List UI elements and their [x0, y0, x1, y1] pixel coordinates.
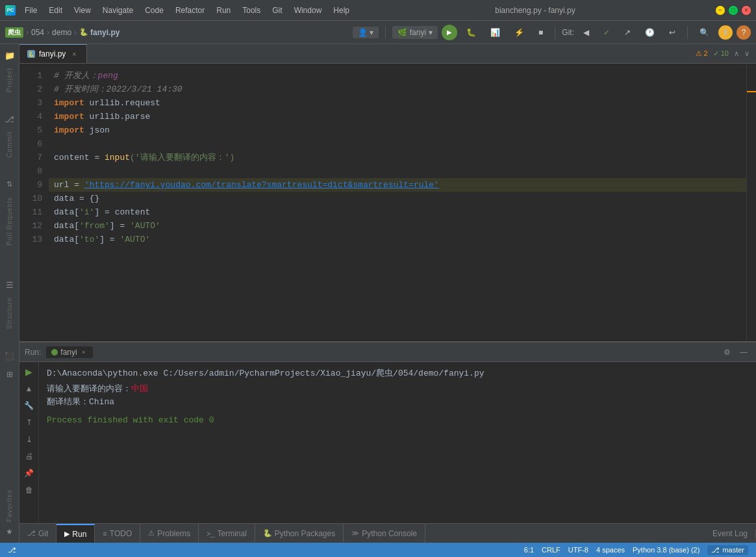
python-interpreter[interactable]: Python 3.8 (base) (2) [633, 546, 699, 554]
git-back[interactable]: ◀ [578, 26, 594, 39]
run-scroll-up[interactable]: ▲ [22, 382, 36, 396]
menu-git[interactable]: Git [267, 5, 287, 16]
run-print-btn[interactable]: 🖨 [22, 449, 36, 463]
run-label: Run: [25, 348, 41, 357]
tab-close-fanyi[interactable]: × [69, 49, 79, 58]
git-push[interactable]: ↗ [619, 26, 636, 39]
code-line-6 [49, 137, 746, 151]
editor-tab-fanyi[interactable]: 🐍 fanyi.py × [19, 44, 87, 63]
tab-terminal[interactable]: >_ Terminal [199, 524, 255, 543]
minimize-button[interactable]: − [716, 6, 725, 15]
tab-git[interactable]: ⎇ Git [19, 524, 57, 543]
breadcrumb-root-icon: 爬虫 [5, 27, 23, 38]
editor-tab-bar: 🐍 fanyi.py × ⚠ 2 ✓ 10 ∧ ∨ [19, 44, 756, 64]
tab-run[interactable]: ▶ Run [57, 524, 95, 543]
search-button[interactable]: 🔍 [694, 26, 714, 39]
toolbar: 爬虫 › 054 › demo › 🐍 fanyi.py 👤 ▾ 🌿 fanyi… [0, 21, 756, 44]
python-file-icon: 🐍 [27, 50, 35, 58]
tab-python-packages[interactable]: 🐍 Python Packages [255, 524, 344, 543]
tab-todo[interactable]: ≡ TODO [95, 524, 140, 543]
tab-event-log[interactable]: Event Log [705, 529, 756, 538]
structure-toggle[interactable]: ☰ [1, 276, 18, 293]
editor-area: 🐍 fanyi.py × ⚠ 2 ✓ 10 ∧ ∨ 1 2 3 4 5 6 7 [19, 44, 756, 543]
bottom-right: Event Log [705, 529, 756, 538]
layout-icon[interactable]: ⊞ [1, 366, 18, 383]
menu-bar: File Edit View Navigate Code Refactor Ru… [19, 5, 355, 16]
run-content: ▶ ▲ 🔧 ⤒ ⤓ 🖨 📌 🗑 D:\Anaconda\python.exe C… [19, 362, 756, 523]
menu-window[interactable]: Window [289, 5, 327, 16]
main-area: 📁 Project ⎇ Commit ⇅ Pull Requests ☰ Str… [0, 44, 756, 543]
line-numbers: 1 2 3 4 5 6 7 8 9 10 11 12 13 [19, 64, 49, 341]
run-scroll-bottom[interactable]: ⤓ [22, 432, 36, 447]
menu-refactor[interactable]: Refactor [170, 5, 210, 16]
project-panel-toggle[interactable]: 📁 [1, 47, 18, 64]
run-wrench-btn[interactable]: 🔧 [22, 398, 36, 413]
code-line-5: import json [49, 123, 746, 137]
cursor-position[interactable]: 6:1 [524, 546, 534, 554]
scroll-gutter [746, 64, 756, 341]
tab-problems[interactable]: ⚠ Problems [140, 524, 199, 543]
git-check[interactable]: ✓ [598, 26, 615, 39]
breadcrumb-054[interactable]: 054 [31, 28, 44, 37]
menu-navigate[interactable]: Navigate [97, 5, 138, 16]
branch-selector[interactable]: 🌿 fanyi ▾ [392, 26, 438, 39]
run-tab-fanyi[interactable]: fanyi × [46, 346, 92, 358]
menu-help[interactable]: Help [328, 5, 355, 16]
breadcrumb-demo[interactable]: demo [52, 28, 71, 37]
close-button[interactable]: × [742, 6, 751, 15]
output-result-line: 翻译结果：China [47, 396, 748, 409]
debug-button[interactable]: 🐛 [461, 26, 481, 39]
pycharm-icon: PC [5, 5, 16, 16]
run-tab-close[interactable]: × [80, 348, 88, 356]
indent-setting[interactable]: 4 spaces [596, 546, 625, 554]
git-branch-badge[interactable]: ⎇ master [707, 545, 748, 555]
favorites-label: Favorites [6, 489, 13, 522]
code-line-10: data = {} [49, 192, 746, 205]
git-history[interactable]: 🕐 [640, 26, 660, 39]
run-settings-btn[interactable]: ⚙ [720, 345, 734, 359]
favorites-toggle[interactable]: ★ [1, 523, 18, 540]
menu-view[interactable]: View [69, 5, 96, 16]
breadcrumb: 爬虫 › 054 › demo › 🐍 fanyi.py [5, 27, 350, 38]
code-line-11: data['i'] = content [49, 205, 746, 219]
run-minimize-btn[interactable]: — [737, 345, 751, 359]
code-line-1: # 开发人：peng [49, 69, 746, 83]
profile-button[interactable]: ⚡ [509, 26, 529, 39]
menu-file[interactable]: File [19, 5, 42, 16]
coverage-button[interactable]: 📊 [485, 26, 505, 39]
bottom-tabs: ⎇ Git ▶ Run ≡ TODO ⚠ Problems >_ Termi [19, 524, 425, 543]
commit-panel-toggle[interactable]: ⎇ [1, 110, 18, 127]
run-play-btn[interactable]: ▶ [22, 365, 36, 379]
code-line-7: content = input('请输入要翻译的内容：') [49, 151, 746, 164]
bottom-tab-bar: ⎇ Git ▶ Run ≡ TODO ⚠ Problems >_ Termi [19, 523, 756, 543]
menu-run[interactable]: Run [211, 5, 236, 16]
encoding[interactable]: UTF-8 [568, 546, 588, 554]
run-scroll-top[interactable]: ⤒ [22, 415, 36, 430]
run-button[interactable]: ▶ [442, 25, 457, 40]
titlebar: PC File Edit View Navigate Code Refactor… [0, 0, 756, 21]
menu-edit[interactable]: Edit [44, 5, 68, 16]
menu-code[interactable]: Code [140, 5, 169, 16]
help-button[interactable]: ? [737, 25, 751, 40]
settings-button[interactable]: ⬆ [718, 25, 733, 40]
run-trash-btn[interactable]: 🗑 [22, 483, 36, 497]
line-ending[interactable]: CRLF [542, 546, 561, 554]
run-pin-btn[interactable]: 📌 [22, 466, 36, 480]
stop-button[interactable]: ■ [533, 26, 548, 39]
code-line-12: data['from'] = 'AUTO' [49, 219, 746, 233]
code-line-2: # 开发时间：2022/3/21 14:30 [49, 83, 746, 96]
window-controls: − □ × [716, 6, 751, 15]
run-active-icon [51, 349, 58, 356]
output-exit-line: Process finished with exit code 0 [47, 414, 748, 427]
commit-label: Commit [6, 131, 13, 157]
run-side-toolbar: ▶ ▲ 🔧 ⤒ ⤓ 🖨 📌 🗑 [19, 362, 39, 523]
user-button[interactable]: 👤 ▾ [353, 27, 379, 38]
tab-python-console[interactable]: ≫ Python Console [344, 524, 425, 543]
code-lines[interactable]: # 开发人：peng # 开发时间：2022/3/21 14:30 import… [49, 64, 746, 341]
bookmarks-icon[interactable]: ⬛ [1, 348, 18, 365]
git-undo[interactable]: ↩ [664, 26, 681, 39]
pull-requests-toggle[interactable]: ⇅ [1, 176, 18, 193]
git-status-item[interactable]: ⎇ [8, 546, 16, 554]
menu-tools[interactable]: Tools [237, 5, 266, 16]
maximize-button[interactable]: □ [729, 6, 738, 15]
